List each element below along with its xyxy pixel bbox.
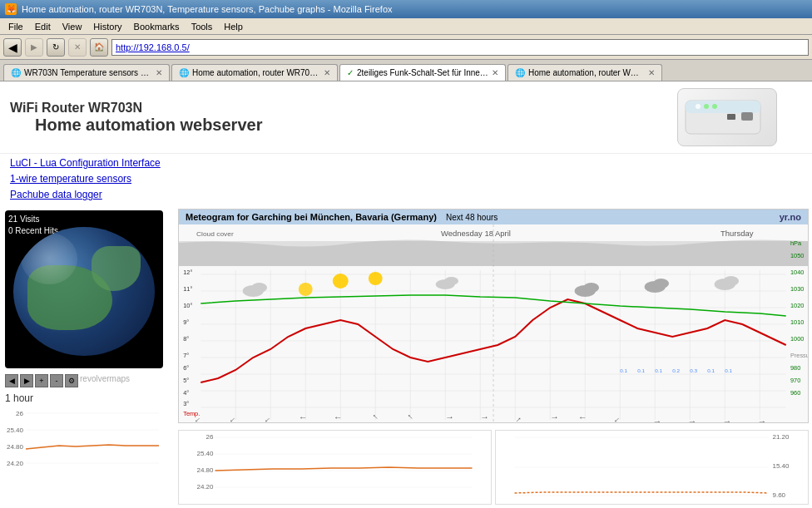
svg-text:↑: ↑ <box>298 416 307 420</box>
reload-button[interactable]: ↻ <box>47 38 65 57</box>
hour-label: 1 hour <box>5 391 170 406</box>
svg-text:9°: 9° <box>183 319 189 326</box>
tab-2-label: 2teiliges Funk-Schalt-Set für Innen | vo… <box>357 68 488 77</box>
address-bar[interactable]: http://192.168.0.5/ <box>111 39 809 56</box>
bottom-charts: 26 25.40 24.80 24.20 <box>175 427 812 508</box>
svg-text:26: 26 <box>206 433 214 441</box>
svg-text:26: 26 <box>16 410 23 417</box>
globe-controls: ◀ ▶ + - ⚙ revolvermaps <box>5 374 170 387</box>
svg-text:1040: 1040 <box>790 269 804 276</box>
svg-text:980: 980 <box>790 365 800 372</box>
nav-bar: ◀ ▶ ↻ ✕ 🏠 http://192.168.0.5/ <box>0 35 812 60</box>
svg-text:0.1: 0.1 <box>637 367 645 373</box>
tab-3[interactable]: 🌐 Home automation, router WR703... ✕ <box>508 64 662 81</box>
svg-text:7°: 7° <box>183 353 189 359</box>
tab-2-icon: ✓ <box>347 68 354 77</box>
revolvermaps-label: revolvermaps <box>80 374 130 387</box>
svg-text:24.80: 24.80 <box>196 466 214 474</box>
svg-text:24.80: 24.80 <box>7 443 24 451</box>
svg-text:hPa: hPa <box>790 240 801 247</box>
meteogram-title: Meteogram for Garching bei München, Bava… <box>186 212 437 222</box>
meteogram-title-area: Meteogram for Garching bei München, Bava… <box>186 212 498 222</box>
header-left: WiFi Router WR703N Home automation webse… <box>10 101 677 135</box>
svg-text:Temp.: Temp. <box>183 411 200 417</box>
svg-text:3°: 3° <box>183 401 189 407</box>
tab-0-close[interactable]: ✕ <box>156 68 162 77</box>
svg-text:↑: ↑ <box>723 420 732 423</box>
svg-point-86 <box>333 274 349 289</box>
tab-2-close[interactable]: ✕ <box>492 68 498 77</box>
menu-history[interactable]: History <box>88 21 126 32</box>
tab-1-close[interactable]: ✕ <box>324 68 330 77</box>
svg-point-91 <box>444 277 458 285</box>
svg-point-6 <box>712 104 717 109</box>
tab-1[interactable]: 🌐 Home automation, router WR703N, Te... … <box>171 64 338 81</box>
tab-2[interactable]: ✓ 2teiliges Funk-Schalt-Set für Innen | … <box>339 64 506 81</box>
svg-text:24.20: 24.20 <box>196 483 214 491</box>
globe-btn-zoom-out[interactable]: - <box>50 374 63 387</box>
router-svg <box>681 92 773 142</box>
svg-text:Wednesday  18 April: Wednesday 18 April <box>441 229 511 238</box>
firefox-icon: 🦊 <box>5 3 17 15</box>
svg-text:↑: ↑ <box>758 420 767 423</box>
globe-widget: 21 Visits 0 Recent Hits <box>5 210 163 368</box>
globe-btn-settings[interactable]: ⚙ <box>65 374 78 387</box>
svg-text:8°: 8° <box>183 336 189 343</box>
svg-point-93 <box>583 283 599 293</box>
globe-btn-next[interactable]: ▶ <box>20 374 33 387</box>
tab-0[interactable]: 🌐 WR703N Temperature sensors Pachub... ✕ <box>3 64 170 81</box>
svg-point-89 <box>251 283 267 293</box>
tab-0-icon: 🌐 <box>11 68 21 77</box>
tab-1-icon: 🌐 <box>179 68 189 77</box>
mini-chart-left-svg: 26 25.40 24.80 24.20 <box>179 431 491 505</box>
meteogram-subtitle: Next 48 hours <box>446 213 498 222</box>
globe-btn-zoom-in[interactable]: + <box>35 374 48 387</box>
tab-1-label: Home automation, router WR703N, Te... <box>192 68 320 77</box>
luci-link[interactable]: LuCI - Lua Configuration Interface <box>10 155 802 171</box>
globe-btn-prev[interactable]: ◀ <box>5 374 18 387</box>
svg-text:11°: 11° <box>183 286 192 293</box>
left-chart-area: 26 25.40 24.80 24.20 <box>5 409 170 503</box>
page-header: WiFi Router WR703N Home automation webse… <box>0 81 812 154</box>
svg-text:Pressure: Pressure <box>790 353 808 359</box>
url-text: http://192.168.0.5/ <box>116 42 190 52</box>
svg-point-95 <box>653 279 669 289</box>
svg-text:1010: 1010 <box>790 319 804 326</box>
menu-tools[interactable]: Tools <box>186 21 218 32</box>
svg-text:5°: 5° <box>183 377 189 384</box>
globe-visits: 21 Visits <box>8 214 58 225</box>
menu-view[interactable]: View <box>57 21 87 32</box>
forward-button[interactable]: ▶ <box>25 38 43 57</box>
menu-help[interactable]: Help <box>219 21 248 32</box>
svg-text:Cloud cover: Cloud cover <box>196 230 234 238</box>
svg-point-97 <box>723 276 739 286</box>
menu-edit[interactable]: Edit <box>30 21 56 32</box>
tab-0-label: WR703N Temperature sensors Pachub... <box>24 68 152 77</box>
stop-button[interactable]: ✕ <box>68 38 87 57</box>
svg-text:↑: ↑ <box>577 416 587 420</box>
svg-text:↑: ↑ <box>688 420 697 423</box>
globe-circle <box>13 227 155 356</box>
svg-text:9.60: 9.60 <box>773 491 786 499</box>
svg-text:4°: 4° <box>183 390 189 397</box>
home-button[interactable]: 🏠 <box>90 38 108 57</box>
svg-text:→: → <box>550 412 558 422</box>
menu-bookmarks[interactable]: Bookmarks <box>129 21 185 32</box>
menu-bar: File Edit View History Bookmarks Tools H… <box>0 18 812 35</box>
tab-3-close[interactable]: ✕ <box>648 68 655 77</box>
onewire-link[interactable]: 1-wire temperature sensors <box>10 171 802 187</box>
meteogram-svg: Cloud cover Wednesday 18 April Thursday … <box>179 224 808 423</box>
svg-text:10°: 10° <box>183 303 192 309</box>
pachube-link[interactable]: Pachube data logger <box>10 187 802 203</box>
tab-3-label: Home automation, router WR703... <box>528 68 645 77</box>
svg-text:15.40: 15.40 <box>773 462 790 470</box>
svg-text:6°: 6° <box>183 365 189 372</box>
svg-text:0.1: 0.1 <box>655 367 662 373</box>
menu-file[interactable]: File <box>3 21 28 32</box>
meteogram-header: Meteogram for Garching bei München, Bava… <box>179 210 808 224</box>
svg-rect-3 <box>727 114 735 120</box>
svg-point-5 <box>704 104 709 109</box>
meteogram-body: Cloud cover Wednesday 18 April Thursday … <box>179 224 808 423</box>
mini-chart-right: 21.20 15.40 9.60 <box>495 430 809 505</box>
back-button[interactable]: ◀ <box>3 38 22 57</box>
